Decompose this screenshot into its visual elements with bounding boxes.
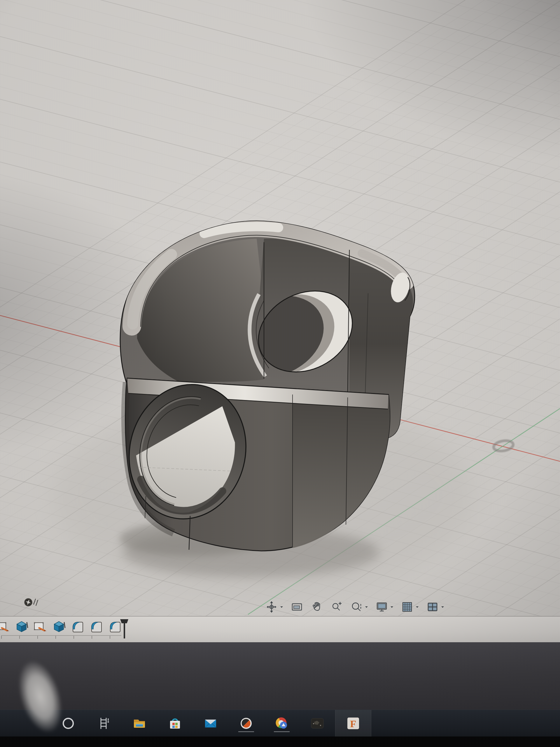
microsoft-store-icon <box>167 716 183 731</box>
extrude-feature-icon <box>14 619 29 634</box>
file-explorer-icon <box>132 716 147 731</box>
display-settings-icon <box>375 600 389 614</box>
taskbar-browser-orange-black-button[interactable] <box>229 710 264 737</box>
monitor-bezel <box>0 737 560 747</box>
nav-fit-button[interactable] <box>350 600 369 614</box>
svg-text:F: F <box>350 718 356 729</box>
timeline-bar <box>0 617 560 643</box>
look-at-icon <box>290 600 303 614</box>
nav-grid-and-snaps-button[interactable] <box>400 600 420 614</box>
zoom-icon <box>330 600 343 614</box>
chevron-down-icon[interactable] <box>390 605 394 609</box>
taskbar-app-dark-button[interactable] <box>299 710 335 737</box>
fit-icon <box>350 600 363 614</box>
fillet-feature-icon <box>89 619 104 634</box>
windows-taskbar: F <box>0 710 560 737</box>
chevron-down-icon[interactable] <box>441 605 445 609</box>
browser-orange-black-icon <box>238 716 254 731</box>
taskbar-fusion-360-button[interactable]: F <box>335 710 371 737</box>
taskbar-microsoft-store-button[interactable] <box>157 710 193 737</box>
taskbar-mail-button[interactable] <box>193 710 229 737</box>
cad-viewport[interactable] <box>0 0 560 617</box>
grid-and-snaps-icon <box>400 600 414 614</box>
fusion-360-icon: F <box>345 716 361 731</box>
mail-icon <box>203 716 218 731</box>
task-view-icon <box>96 716 112 731</box>
chevron-down-icon[interactable] <box>364 605 369 609</box>
timeline-fillet-6[interactable] <box>89 619 104 634</box>
timeline-sketch-1[interactable] <box>0 619 10 634</box>
nav-display-settings-button[interactable] <box>375 600 394 614</box>
sketch-feature-icon <box>0 619 10 634</box>
chevron-down-icon[interactable] <box>415 605 420 609</box>
timeline-sketch-3[interactable] <box>33 619 48 634</box>
timeline-extrude-4[interactable] <box>51 619 66 634</box>
viewports-icon <box>426 600 439 614</box>
compass-star-icon <box>24 597 43 609</box>
navigation-bar <box>265 596 445 618</box>
timeline-fillet-5[interactable] <box>70 619 85 634</box>
taskbar-item-list: F <box>50 710 371 737</box>
orbit-icon <box>265 600 278 614</box>
nav-pan-button[interactable] <box>310 600 323 614</box>
timeline-feature-list <box>0 618 130 636</box>
fillet-feature-icon <box>70 619 85 634</box>
timeline-extrude-2[interactable] <box>14 619 29 634</box>
nav-orbit-button[interactable] <box>265 600 284 614</box>
window-lower-band <box>0 642 560 710</box>
monitor-photo: F <box>0 0 560 747</box>
taskbar-chrome-button[interactable] <box>264 710 299 737</box>
sketch-feature-icon <box>33 619 48 634</box>
nav-viewports-button[interactable] <box>426 600 445 614</box>
nav-zoom-button[interactable] <box>330 600 343 614</box>
nav-look-at-button[interactable] <box>290 600 303 614</box>
running-indicator <box>238 731 254 732</box>
chrome-icon <box>274 716 290 731</box>
extrude-feature-icon <box>51 619 66 634</box>
app-dark-icon <box>310 716 325 731</box>
running-indicator <box>274 731 290 732</box>
timeline-ruler[interactable] <box>1 635 121 639</box>
taskbar-file-explorer-button[interactable] <box>122 710 157 737</box>
chevron-down-icon[interactable] <box>279 605 284 609</box>
taskbar-task-view-button[interactable] <box>86 710 122 737</box>
pan-icon <box>310 600 323 614</box>
